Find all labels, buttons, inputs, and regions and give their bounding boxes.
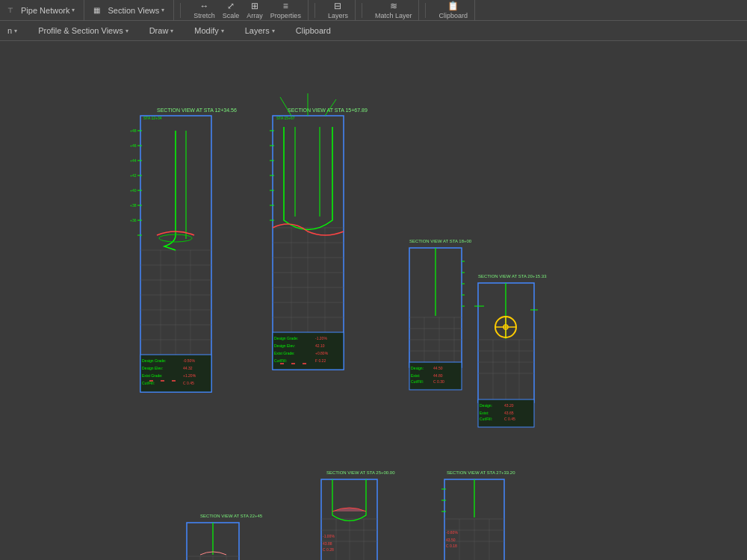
clipboard-group: 📋 Clipboard bbox=[432, 0, 475, 20]
sep2 bbox=[314, 3, 315, 18]
svg-text:Design:: Design: bbox=[480, 403, 492, 408]
svg-text:C 0.30: C 0.30 bbox=[433, 379, 444, 384]
svg-text:44.32: 44.32 bbox=[183, 366, 193, 370]
svg-text:+44: +44 bbox=[130, 158, 137, 163]
svg-text:Design Elev:: Design Elev: bbox=[142, 366, 163, 370]
svg-text:SECTION VIEW AT STA 27+33.20: SECTION VIEW AT STA 27+33.20 bbox=[447, 470, 515, 475]
svg-text:43.20: 43.20 bbox=[504, 403, 514, 408]
svg-text:44.50: 44.50 bbox=[433, 366, 443, 370]
stretch-btn[interactable]: ↔ Stretch bbox=[191, 0, 217, 20]
toolbar: ⊤ Pipe Network ▾ ▦ Section Views ▾ ↔ Str… bbox=[0, 0, 747, 41]
svg-text:C 0.18: C 0.18 bbox=[446, 544, 457, 548]
section-views-btn[interactable]: Section Views ▾ bbox=[103, 4, 169, 16]
match-layer-group: ≋ Match Layer bbox=[368, 0, 420, 20]
sep1 bbox=[180, 3, 181, 18]
toolbar-row1: ⊤ Pipe Network ▾ ▦ Section Views ▾ ↔ Str… bbox=[0, 0, 747, 21]
svg-text:43.88: 43.88 bbox=[323, 541, 332, 546]
clipboard-nav-btn[interactable]: Clipboard bbox=[291, 25, 335, 37]
svg-text:Design Elev:: Design Elev: bbox=[274, 343, 295, 348]
svg-text:43.65: 43.65 bbox=[504, 411, 514, 415]
svg-text:Cut/Fill:: Cut/Fill: bbox=[142, 381, 155, 385]
svg-text:-0.50%: -0.50% bbox=[183, 358, 195, 363]
svg-text:SECTION VIEW AT STA 25+00.00: SECTION VIEW AT STA 25+00.00 bbox=[326, 470, 395, 475]
svg-text:Design Grade:: Design Grade: bbox=[142, 358, 166, 363]
svg-text:SECTION VIEW AT STA 20+15.33: SECTION VIEW AT STA 20+15.33 bbox=[478, 274, 547, 279]
svg-text:Exist Grade:: Exist Grade: bbox=[142, 373, 163, 378]
modify-nav-btn[interactable]: Modify ▾ bbox=[190, 25, 228, 37]
svg-text:Exist Grade:: Exist Grade: bbox=[274, 351, 295, 355]
svg-text:C 0.45: C 0.45 bbox=[183, 381, 194, 385]
pipe-network-btn[interactable]: Pipe Network ▾ bbox=[16, 4, 79, 16]
svg-text:+40: +40 bbox=[130, 188, 137, 193]
svg-text:42.10: 42.10 bbox=[315, 343, 325, 348]
match-layer-btn[interactable]: ≋ Match Layer bbox=[373, 0, 415, 20]
sep4 bbox=[425, 3, 426, 18]
scale-btn[interactable]: ⤢ Scale bbox=[220, 0, 242, 20]
svg-text:Design Grade:: Design Grade: bbox=[274, 336, 298, 340]
svg-rect-0 bbox=[0, 41, 747, 560]
layers-icon: ⊟ bbox=[332, 1, 344, 11]
svg-text:Cut/Fill:: Cut/Fill: bbox=[274, 358, 287, 363]
clipboard-icon: 📋 bbox=[447, 1, 459, 11]
match-layer-icon: ≋ bbox=[388, 1, 400, 11]
svg-text:SECTION VIEW AT STA 18+00: SECTION VIEW AT STA 18+00 bbox=[409, 239, 472, 243]
design-nav-btn[interactable]: n ▾ bbox=[3, 25, 22, 37]
svg-text:Design:: Design: bbox=[411, 366, 424, 370]
toolbar-row2: n ▾ Profile & Section Views ▾ Draw ▾ Mod… bbox=[0, 21, 747, 40]
clipboard-btn[interactable]: 📋 Clipboard bbox=[436, 0, 470, 20]
svg-text:+1.20%: +1.20% bbox=[183, 373, 196, 378]
svg-text:Exist:: Exist: bbox=[480, 411, 489, 415]
profile-section-nav-btn[interactable]: Profile & Section Views ▾ bbox=[34, 25, 133, 37]
svg-text:Cut/Fill:: Cut/Fill: bbox=[411, 379, 424, 384]
svg-text:43.50: 43.50 bbox=[446, 538, 456, 542]
pipe-network-group: ⊤ Pipe Network ▾ bbox=[3, 0, 84, 20]
svg-text:-0.60%: -0.60% bbox=[446, 530, 458, 535]
svg-text:Exist:: Exist: bbox=[411, 373, 420, 378]
svg-text:44.80: 44.80 bbox=[433, 373, 443, 378]
canvas-area[interactable]: SECTION VIEW AT STA 12+34.56 bbox=[0, 41, 747, 560]
draw-nav-btn[interactable]: Draw ▾ bbox=[145, 25, 179, 37]
svg-text:C 0.45: C 0.45 bbox=[504, 417, 515, 421]
layers-panel-btn[interactable]: ⊟ Layers bbox=[326, 0, 350, 20]
pipe-icon: ⊤ bbox=[7, 7, 13, 14]
svg-text:+38: +38 bbox=[130, 203, 137, 208]
svg-text:STA 15+67: STA 15+67 bbox=[276, 116, 295, 120]
array-btn[interactable]: ⊞ Array bbox=[244, 0, 265, 20]
svg-text:F 0.22: F 0.22 bbox=[315, 358, 326, 363]
svg-text:SECTION VIEW AT STA 22+45: SECTION VIEW AT STA 22+45 bbox=[200, 514, 263, 518]
svg-text:+36: +36 bbox=[130, 218, 137, 223]
svg-text:SECTION VIEW AT STA 12+34.56: SECTION VIEW AT STA 12+34.56 bbox=[157, 108, 237, 113]
array-icon: ⊞ bbox=[249, 1, 261, 11]
properties-btn[interactable]: ≡ Properties bbox=[268, 0, 303, 20]
svg-text:+42: +42 bbox=[130, 173, 137, 178]
svg-text:-1.00%: -1.00% bbox=[323, 534, 335, 538]
svg-text:+48: +48 bbox=[130, 128, 137, 133]
layers-nav-btn[interactable]: Layers ▾ bbox=[241, 25, 279, 37]
svg-text:C 0.28: C 0.28 bbox=[323, 547, 334, 552]
layers-group: ⊟ Layers bbox=[321, 0, 356, 20]
section-views-group: ▦ Section Views ▾ bbox=[89, 0, 174, 20]
modify-tools-group: ↔ Stretch ⤢ Scale ⊞ Array ≡ Properties bbox=[187, 0, 309, 20]
sep3 bbox=[362, 3, 362, 18]
svg-text:-1.20%: -1.20% bbox=[315, 336, 327, 340]
properties-icon: ≡ bbox=[279, 1, 291, 11]
svg-text:Cut/Fill:: Cut/Fill: bbox=[480, 417, 492, 421]
section-icon: ▦ bbox=[93, 6, 100, 14]
svg-text:STA 12+34: STA 12+34 bbox=[143, 116, 162, 120]
cad-drawing: SECTION VIEW AT STA 12+34.56 bbox=[0, 41, 747, 560]
scale-icon: ⤢ bbox=[225, 1, 237, 11]
svg-text:+0.80%: +0.80% bbox=[315, 351, 329, 355]
stretch-icon: ↔ bbox=[199, 1, 211, 11]
svg-text:+46: +46 bbox=[130, 143, 137, 148]
